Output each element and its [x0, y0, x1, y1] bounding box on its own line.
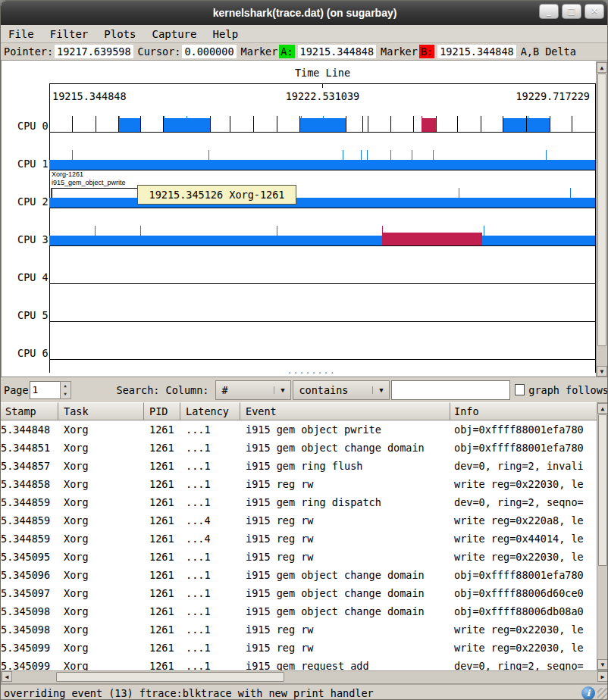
chevron-down-icon: ▼	[274, 386, 290, 394]
cell-pid: 1261	[144, 442, 180, 454]
table-row[interactable]: 5.344859Xorg1261...4i915_reg_rwwrite reg…	[1, 530, 597, 548]
cpu-row-4: CPU 4	[2, 255, 596, 293]
graph-scroll-up-icon[interactable]: ▲	[597, 62, 607, 73]
cell-event: i915_reg_rw	[240, 533, 450, 545]
event-tick-black	[481, 116, 481, 132]
cpu-run-segment-red[interactable]	[422, 118, 437, 132]
scroll-right-icon[interactable]: ▶	[597, 671, 608, 682]
cell-info: obj=0xffff88006d60ce0	[450, 587, 597, 599]
cell-task: Xorg	[58, 442, 144, 454]
menu-plots[interactable]: Plots	[104, 28, 136, 40]
cpu-label: CPU 2	[17, 195, 49, 208]
cell-stamp: 5.344859	[1, 514, 58, 527]
header-stamp[interactable]: Stamp	[1, 402, 58, 420]
cell-latency: ...1	[180, 587, 240, 599]
header-event[interactable]: Event	[240, 402, 450, 420]
table-row[interactable]: 5.344857Xorg1261...1i915_gem_ring_flushd…	[1, 457, 597, 475]
menu-filter[interactable]: Filter	[50, 28, 89, 40]
graph-tooltip: 19215.345126 Xorg-1261	[137, 185, 296, 205]
cpu-label: CPU 1	[17, 158, 49, 170]
cell-stamp: 5.345099	[1, 642, 58, 654]
table-scroll-up-icon[interactable]: ▲	[597, 403, 608, 414]
close-button[interactable]: ✕	[584, 4, 604, 19]
table-row[interactable]: 5.345099Xorg1261...1i915_gem_request_add…	[1, 657, 597, 670]
cpu-plot[interactable]	[49, 104, 595, 142]
timeline-title: Time Line	[49, 67, 596, 79]
cpu-run-bar[interactable]	[49, 236, 595, 245]
graph-scroll-thumb[interactable]	[597, 73, 606, 346]
cell-task: Xorg	[58, 533, 144, 545]
cpu-run-segment-red[interactable]	[382, 233, 482, 245]
title-bar[interactable]: kernelshark(trace.dat) (on sugarbay) _ □…	[1, 1, 608, 25]
cpu-row-1: CPU 1	[2, 142, 596, 180]
cpu-plot[interactable]	[49, 293, 595, 331]
cpu-plot[interactable]	[49, 180, 595, 217]
event-tick-black	[457, 116, 458, 132]
table-row[interactable]: 5.345096Xorg1261...1i915_gem_object_chan…	[1, 566, 597, 584]
header-task[interactable]: Task	[58, 402, 144, 420]
table-scroll-thumb[interactable]	[598, 414, 607, 566]
menu-capture[interactable]: Capture	[152, 28, 196, 40]
table-row[interactable]: 5.345097Xorg1261...1i915_gem_object_chan…	[1, 584, 597, 602]
marker-a-value: 19215.344848	[298, 45, 377, 58]
cell-event: i915_gem_ring_dispatch	[240, 496, 450, 508]
cell-stamp: 5.345097	[1, 587, 58, 599]
table-scroll-down-icon[interactable]: ▼	[597, 659, 608, 670]
table-row[interactable]: 5.344858Xorg1261...1i915_reg_rwwrite reg…	[1, 475, 597, 493]
cpu-run-segment-blue[interactable]	[118, 118, 140, 132]
cell-event: i915_reg_rw	[240, 514, 450, 527]
table-row[interactable]: 5.345095Xorg1261...1i915_reg_rwwrite reg…	[1, 548, 597, 566]
minimize-button[interactable]: _	[539, 4, 559, 19]
cpu-plot[interactable]	[49, 331, 595, 369]
cell-task: Xorg	[58, 569, 144, 581]
column-select[interactable]: # ▼	[215, 380, 291, 400]
spin-up-icon[interactable]: ▲	[61, 382, 71, 390]
table-row[interactable]: 5.345098Xorg1261...1i915_gem_object_chan…	[1, 602, 597, 620]
header-info[interactable]: Info	[450, 402, 597, 420]
cpu-plot[interactable]	[49, 255, 595, 293]
table-row[interactable]: 5.344859Xorg1261...1i915_gem_ring_dispat…	[1, 493, 597, 511]
spin-down-icon[interactable]: ▼	[61, 390, 71, 398]
table-hscrollbar[interactable]: ◀ ▶	[1, 670, 608, 684]
event-tick-black	[436, 116, 437, 132]
page-spinbox: ▲▼	[30, 381, 71, 399]
table-row[interactable]: 5.345098Xorg1261...1i915_reg_rwwrite reg…	[1, 620, 597, 639]
search-input[interactable]	[391, 380, 510, 400]
cell-latency: ...1	[180, 423, 240, 436]
page-input[interactable]	[30, 381, 60, 399]
event-tick-blue	[361, 150, 362, 160]
graph-scroll-down-icon[interactable]: ▼	[597, 366, 607, 377]
event-tick-blue	[323, 116, 324, 132]
timeline-tick-labels: 19215.344848 19222.531039 19229.717229	[49, 90, 596, 102]
cell-event: i915_gem_object_change_domain	[240, 587, 450, 599]
pane-splitter-handle[interactable]: ········	[287, 371, 324, 376]
graph-vscrollbar[interactable]: ▲ ▼	[596, 61, 608, 377]
menu-help[interactable]: Help	[212, 28, 238, 40]
header-latency[interactable]: Latency	[180, 402, 240, 420]
search-bar: Page ▲▼ Search: Column: # ▼ contains ▼ g…	[1, 377, 608, 402]
window-title: kernelshark(trace.dat) (on sugarbay)	[213, 7, 397, 19]
table-row[interactable]: 5.344848Xorg1261...1i915_gem_object_pwri…	[1, 420, 597, 439]
cpu-plot[interactable]	[49, 142, 595, 180]
table-vscrollbar[interactable]: ▲ ▼	[597, 402, 608, 670]
menu-file[interactable]: File	[8, 28, 34, 40]
event-tick-blue	[546, 150, 547, 160]
match-operator-select[interactable]: contains ▼	[293, 380, 390, 400]
table-row[interactable]: 5.345099Xorg1261...1i915_reg_rwwrite reg…	[1, 639, 597, 657]
timeline-graph-panel[interactable]: Time Line 19215.344848 19222.531039 1922…	[1, 60, 608, 377]
maximize-button[interactable]: □	[562, 4, 581, 19]
resize-grip[interactable]	[597, 688, 608, 699]
cell-info: dev=0, ring=2, seqno=	[450, 660, 597, 670]
cpu-run-bar[interactable]	[49, 160, 595, 170]
cpu-plot[interactable]	[49, 217, 595, 255]
scroll-left-icon[interactable]: ◀	[2, 671, 12, 682]
cell-info: write reg=0x220a8, le	[450, 514, 597, 527]
header-pid[interactable]: PID	[144, 402, 180, 420]
hover-marker-tick	[52, 189, 52, 198]
table-row[interactable]: 5.344859Xorg1261...4i915_reg_rwwrite reg…	[1, 511, 597, 530]
graph-follows-checkbox[interactable]	[515, 384, 525, 395]
page-spinner-buttons[interactable]: ▲▼	[60, 381, 71, 399]
hscroll-thumb[interactable]	[56, 672, 284, 682]
cpu-run-bar[interactable]	[49, 198, 595, 208]
table-row[interactable]: 5.344851Xorg1261...1i915_gem_object_chan…	[1, 439, 597, 457]
